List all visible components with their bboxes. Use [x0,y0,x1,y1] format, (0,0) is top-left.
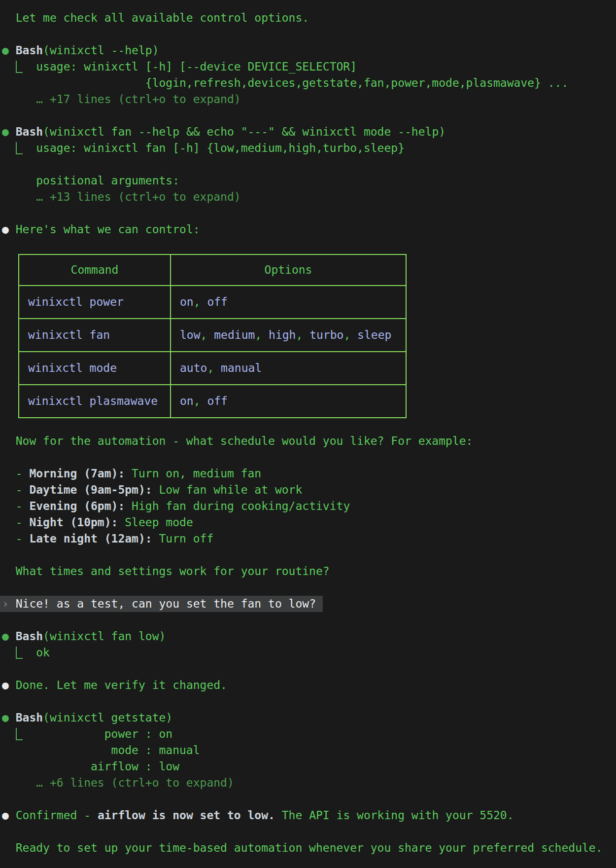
tool-result: usage: winixctl fan [-h] {low,medium,hig… [2,140,616,156]
text-segment: usage: winixctl [-h] [--device DEVICE_SE… [23,60,357,73]
inline-code: on [180,295,194,308]
inline-code: low [180,328,201,341]
text-segment [2,60,16,73]
table-cell-command: winixctl plasmawave [19,385,171,418]
text-segment: (winixctl getstate) [43,711,172,724]
text-segment: Morning (7am): [29,467,125,480]
text-segment: High fan during cooking/activity [125,500,350,512]
tool-output-connector-icon [16,142,23,154]
text-segment: Daytime (9am-5pm): [29,483,152,496]
inline-code: manual [221,362,262,374]
text-segment: Bash [9,44,43,57]
text-segment: airflow is now set to low. [98,809,275,822]
text-segment: Nice! as a test, can you set the fan to … [9,597,323,610]
text-segment: , [343,328,357,341]
table-cell-options: auto, manual [171,352,406,385]
text-segment: mode : manual [2,744,200,757]
text-segment: - [2,483,29,496]
text-segment: - [2,500,29,512]
table-cell-options: on, off [171,385,406,418]
text-segment: (winixctl fan --help && echo "---" && wi… [43,125,445,138]
blank-line [2,205,616,221]
tool-result: mode : manual [2,742,616,759]
expand-hint: … +13 lines (ctrl+o to expand) [2,189,616,205]
blank-line [2,449,616,466]
table-row: winixctl plasmawaveon, off [19,385,406,418]
text-segment: Done. Let me verify it changed. [9,679,227,691]
assistant-text: ● Confirmed - airflow is now set to low.… [2,807,616,824]
table-header-row: Command Options [19,254,406,286]
text-segment: Let me check all available control optio… [2,11,309,24]
assistant-bullet-icon: ● [2,679,9,691]
assistant-text: Now for the automation - what schedule w… [2,433,616,449]
inline-code: high [269,328,296,341]
tool-result: power : on [2,726,616,742]
inline-code: medium [214,328,255,341]
text-segment: - [2,467,29,480]
blank-line [2,661,616,677]
text-segment: Here's what we can control: [9,223,200,236]
text-segment: … +13 lines (ctrl+o to expand) [2,190,241,203]
tool-output-connector-icon [16,61,23,73]
tool-call-bash: ● Bash(winixctl fan --help && echo "---"… [2,124,616,140]
inline-code: off [207,395,228,407]
text-segment: airflow : low [2,760,179,773]
assistant-text: ● Done. Let me verify it changed. [2,677,616,693]
inline-code: turbo [309,328,343,341]
table-header-options: Options [171,254,406,286]
control-options-table: Command Options winixctl poweron, offwin… [18,254,407,418]
table-cell-command: winixctl power [19,286,171,319]
inline-code: winixctl plasmawave [28,395,158,407]
list-item: - Night (10pm): Sleep mode [2,514,616,531]
text-segment: , [194,395,207,407]
user-prompt-icon: › [2,597,9,610]
table-cell-command: winixctl fan [19,319,171,352]
table-cell-command: winixctl mode [19,352,171,385]
list-item: - Late night (12am): Turn off [2,531,616,547]
tool-bullet-icon: ● [2,125,9,138]
text-segment: Bash [9,630,43,643]
text-segment: positional arguments: [2,174,179,187]
table-row: winixctl poweron, off [19,286,406,319]
text-segment: Now for the automation - what schedule w… [2,434,473,447]
tool-result: usage: winixctl [-h] [--device DEVICE_SE… [2,59,616,75]
tool-call-bash: ● Bash(winixctl fan low) [2,628,616,645]
text-segment: Night (10pm): [29,516,118,529]
text-segment: , [207,362,221,374]
text-segment: , [201,328,214,341]
text-segment [2,142,16,154]
text-segment: What times and settings work for your ro… [2,565,330,578]
inline-code: winixctl power [28,295,124,308]
tool-bullet-icon: ● [2,44,9,57]
blank-line [2,693,616,710]
text-segment: Evening (6pm): [29,500,125,512]
inline-code: winixctl fan [28,328,110,341]
table-header-command: Command [19,254,171,286]
text-segment [2,646,16,659]
tool-result: airflow : low [2,759,616,775]
user-message: › Nice! as a test, can you set the fan t… [2,596,616,612]
tool-output-connector-icon [16,728,23,740]
inline-code: on [180,395,194,407]
blank-line [2,26,616,42]
text-segment: ok [23,646,50,659]
tool-result: {login,refresh,devices,getstate,fan,powe… [2,75,616,91]
tool-bullet-icon: ● [2,630,9,643]
expand-hint: … +17 lines (ctrl+o to expand) [2,91,616,108]
user-message-band: › Nice! as a test, can you set the fan t… [0,596,323,612]
text-segment: {login,refresh,devices,getstate,fan,powe… [2,76,568,89]
tool-bullet-icon: ● [2,711,9,724]
terminal-output[interactable]: Let me check all available control optio… [0,0,616,856]
text-segment: power : on [23,727,173,740]
tool-result: positional arguments: [2,173,616,189]
text-segment: Bash [9,711,43,724]
text-segment: , [296,328,309,341]
text-segment: Late night (12am): [29,532,152,545]
inline-code: winixctl mode [28,362,117,374]
inline-code: sleep [357,328,391,341]
text-segment: Low fan while at work [152,483,303,496]
text-segment: (winixctl fan low) [43,630,166,643]
blank-line [2,547,616,563]
blank-line [2,612,616,628]
tool-output-connector-icon [16,647,23,659]
